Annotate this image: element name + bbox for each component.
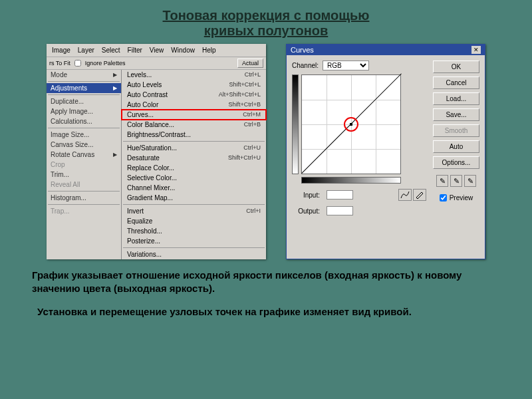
- menu-select[interactable]: Select: [98, 45, 124, 55]
- menu-item[interactable]: Image Size...: [47, 130, 121, 140]
- submenu-item[interactable]: Brightness/Contrast...: [122, 130, 266, 140]
- submenu-item[interactable]: Auto ColorShift+Ctrl+B: [122, 100, 266, 110]
- eyedropper-white-icon[interactable]: ✎: [464, 175, 476, 187]
- actual-pixels-button[interactable]: Actual: [237, 59, 263, 68]
- submenu-item[interactable]: Auto LevelsShift+Ctrl+L: [122, 80, 266, 90]
- ok-button[interactable]: OK: [433, 61, 479, 73]
- menu-view[interactable]: View: [146, 45, 168, 55]
- chevron-right-icon: ▶: [113, 72, 117, 78]
- auto-button[interactable]: Auto: [433, 140, 479, 153]
- menu-layer[interactable]: Layer: [74, 45, 98, 55]
- curve-point-highlight[interactable]: [344, 117, 358, 132]
- curves-dialog: Curves ✕ Channel: RGB: [286, 44, 485, 259]
- caption-2: Установка и перемещение узловых точек на…: [0, 296, 532, 319]
- menu-item[interactable]: Duplicate...: [47, 96, 121, 106]
- eyedropper-black-icon[interactable]: ✎: [436, 175, 448, 187]
- submenu-item[interactable]: Curves...Ctrl+M: [122, 110, 266, 120]
- curves-titlebar[interactable]: Curves ✕: [287, 45, 485, 55]
- submenu-item[interactable]: Hue/Saturation...Ctrl+U: [122, 143, 266, 153]
- menubar: Image Layer Select Filter View Window He…: [47, 44, 266, 57]
- menu-item[interactable]: Calculations...: [47, 116, 121, 126]
- input-label: Input:: [292, 192, 320, 199]
- load-button[interactable]: Load...: [433, 92, 479, 105]
- submenu-item[interactable]: Selective Color...: [122, 173, 266, 183]
- submenu-item[interactable]: DesaturateShift+Ctrl+U: [122, 153, 266, 163]
- submenu-item[interactable]: InvertCtrl+I: [122, 206, 266, 216]
- chevron-right-icon: ▶: [113, 152, 117, 158]
- curve-mode-icon[interactable]: [398, 189, 412, 201]
- preview-checkbox[interactable]: [440, 194, 447, 201]
- menu-help[interactable]: Help: [199, 45, 219, 55]
- title-line-1: Тоновая коррекция с помощью: [0, 8, 532, 23]
- ignore-palettes-label: Ignore Palettes: [85, 60, 126, 66]
- submenu-item[interactable]: Posterize...: [122, 236, 266, 246]
- title-line-2: кривых полутонов: [0, 23, 532, 39]
- pencil-mode-icon[interactable]: [413, 189, 426, 201]
- menu-item[interactable]: Apply Image...: [47, 106, 121, 116]
- menu-item: Reveal All: [47, 180, 121, 190]
- input-gradient-bar: [301, 177, 401, 184]
- menu-item[interactable]: Mode▶: [47, 70, 121, 80]
- menu-item[interactable]: Rotate Canvas▶: [47, 150, 121, 160]
- smooth-button: Smooth: [433, 124, 479, 137]
- ignore-palettes-checkbox[interactable]: [74, 60, 81, 66]
- submenu-item[interactable]: Replace Color...: [122, 163, 266, 173]
- menu-filter[interactable]: Filter: [124, 45, 146, 55]
- caption-1: График указывает отношение исходной ярко…: [0, 259, 532, 296]
- submenu-item[interactable]: Color Balance...Ctrl+B: [122, 120, 266, 130]
- menu-item[interactable]: Histogram...: [47, 193, 121, 203]
- menu-item[interactable]: Trim...: [47, 170, 121, 180]
- submenu-item[interactable]: Variations...: [122, 249, 266, 259]
- menu-image[interactable]: Image: [49, 45, 74, 55]
- image-menu-panel: Image Layer Select Filter View Window He…: [47, 44, 266, 259]
- menu-window[interactable]: Window: [168, 45, 198, 55]
- channel-label: Channel:: [292, 62, 319, 69]
- submenu-item[interactable]: Threshold...: [122, 226, 266, 236]
- menu-item: Crop: [47, 160, 121, 170]
- input-value[interactable]: [327, 190, 353, 200]
- output-label: Output:: [292, 207, 320, 215]
- menu-column-right: Levels...Ctrl+LAuto LevelsShift+Ctrl+LAu…: [121, 70, 266, 259]
- menu-item: Trap...: [47, 206, 121, 216]
- close-icon[interactable]: ✕: [471, 46, 481, 54]
- cancel-button[interactable]: Cancel: [433, 76, 479, 89]
- submenu-item[interactable]: Auto ContrastAlt+Shift+Ctrl+L: [122, 90, 266, 100]
- channel-select[interactable]: RGB: [323, 61, 369, 70]
- eyedropper-gray-icon[interactable]: ✎: [450, 175, 462, 187]
- fit-label: rs To Fit: [49, 60, 70, 66]
- menu-item[interactable]: Canvas Size...: [47, 140, 121, 150]
- output-value[interactable]: [327, 206, 353, 215]
- options-button[interactable]: Options...: [433, 156, 479, 169]
- chevron-right-icon: ▶: [113, 85, 117, 91]
- save-button[interactable]: Save...: [433, 108, 479, 121]
- submenu-item[interactable]: Gradient Map...: [122, 193, 266, 203]
- submenu-item[interactable]: Equalize: [122, 216, 266, 226]
- menu-column-left: Mode▶Adjustments▶Duplicate...Apply Image…: [47, 70, 121, 259]
- menu-item[interactable]: Adjustments▶: [47, 83, 121, 93]
- page-title: Тоновая коррекция с помощью кривых полут…: [0, 0, 532, 44]
- options-toolbar: rs To Fit Ignore Palettes Actual: [47, 57, 266, 70]
- submenu-item[interactable]: Channel Mixer...: [122, 183, 266, 193]
- curves-title-text: Curves: [291, 46, 314, 54]
- submenu-item[interactable]: Levels...Ctrl+L: [122, 70, 266, 80]
- curves-graph[interactable]: [301, 74, 401, 174]
- preview-label: Preview: [450, 194, 473, 201]
- output-gradient-bar: [292, 74, 299, 174]
